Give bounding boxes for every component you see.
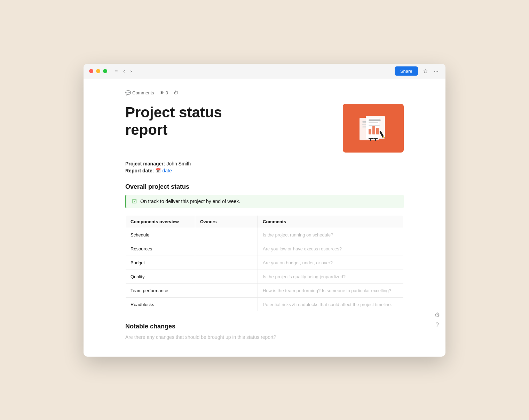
timer-button[interactable]: ⏱ xyxy=(174,90,178,95)
check-icon: ☑ xyxy=(132,198,137,205)
sidebar-right-actions: ⚙ ? xyxy=(434,311,440,329)
cell-comments[interactable]: Are you low or have excess resources? xyxy=(258,242,404,256)
svg-rect-10 xyxy=(376,128,379,134)
notable-changes-title: Notable changes xyxy=(125,323,404,330)
cell-owners[interactable] xyxy=(195,283,258,297)
traffic-lights xyxy=(89,69,107,73)
cell-comments[interactable]: Potential risks & roadblocks that could … xyxy=(258,297,404,311)
col-header-owners: Owners xyxy=(195,215,258,228)
cell-component[interactable]: Budget xyxy=(126,256,195,270)
minimize-button[interactable] xyxy=(96,69,100,73)
cell-comments[interactable]: Is the project running on schedule? xyxy=(258,228,404,242)
page-header: Project status report xyxy=(125,104,404,153)
project-manager-row: Project manager: John Smith xyxy=(125,161,404,166)
overall-status-title: Overall project status xyxy=(125,183,404,190)
cover-image xyxy=(343,104,404,153)
views-count: 0 xyxy=(166,90,168,95)
report-date-label: Report date: xyxy=(125,168,154,173)
forward-button[interactable]: › xyxy=(128,67,134,75)
settings-icon-button[interactable]: ⚙ xyxy=(434,311,440,319)
views-counter: 👁 0 xyxy=(160,90,168,95)
cell-owners[interactable] xyxy=(195,270,258,283)
cell-owners[interactable] xyxy=(195,242,258,256)
cell-owners[interactable] xyxy=(195,256,258,270)
table-row: ResourcesAre you low or have excess reso… xyxy=(126,242,404,256)
help-button[interactable]: ? xyxy=(435,321,439,329)
cell-component[interactable]: Quality xyxy=(126,270,195,283)
document-toolbar: 💬 Comments 👁 0 ⏱ xyxy=(125,90,404,95)
comment-icon: 💬 xyxy=(125,90,131,95)
cell-comments[interactable]: Are you on budget, under, or over? xyxy=(258,256,404,270)
eye-icon: 👁 xyxy=(160,90,164,95)
table-row: QualityIs the project's quality being je… xyxy=(126,270,404,283)
table-header: Components overview Owners Comments xyxy=(126,215,404,228)
cover-illustration xyxy=(353,111,394,146)
svg-rect-5 xyxy=(369,119,381,121)
cell-owners[interactable] xyxy=(195,228,258,242)
svg-rect-8 xyxy=(369,129,371,134)
notable-changes-section: Notable changes Are there any changes th… xyxy=(125,323,404,340)
col-header-component: Components overview xyxy=(126,215,195,228)
star-button[interactable]: ☆ xyxy=(421,67,429,76)
cell-comments[interactable]: Is the project's quality being jeopardiz… xyxy=(258,270,404,283)
sidebar-toggle-button[interactable]: ≡ xyxy=(113,67,120,75)
status-banner: ☑ On track to deliver this project by en… xyxy=(125,195,404,208)
maximize-button[interactable] xyxy=(103,69,107,73)
share-button[interactable]: Share xyxy=(395,67,418,76)
components-table: Components overview Owners Comments Sche… xyxy=(125,215,404,312)
table-row: BudgetAre you on budget, under, or over? xyxy=(126,256,404,270)
table-row: Team performanceHow is the team performi… xyxy=(126,283,404,297)
main-content: 💬 Comments 👁 0 ⏱ Project status report xyxy=(84,79,445,357)
meta-section: Project manager: John Smith Report date:… xyxy=(125,161,404,173)
svg-rect-7 xyxy=(369,125,380,126)
titlebar: ≡ ‹ › Share ☆ ··· xyxy=(84,64,445,79)
date-link[interactable]: date xyxy=(162,168,172,173)
nav-controls: ≡ ‹ › xyxy=(113,67,134,75)
notable-changes-placeholder[interactable]: Are there any changes that should be bro… xyxy=(125,334,404,340)
table-row: ScheduleIs the project running on schedu… xyxy=(126,228,404,242)
report-date-row: Report date: 📅 date xyxy=(125,168,404,173)
back-button[interactable]: ‹ xyxy=(121,67,127,75)
comments-button[interactable]: 💬 Comments xyxy=(125,90,154,95)
project-manager-label: Project manager: xyxy=(125,161,165,166)
table-body: ScheduleIs the project running on schedu… xyxy=(126,228,404,311)
comments-label: Comments xyxy=(132,90,154,95)
cell-owners[interactable] xyxy=(195,297,258,311)
cell-component[interactable]: Roadblocks xyxy=(126,297,195,311)
overall-status-section: Overall project status ☑ On track to del… xyxy=(125,183,404,208)
cell-comments[interactable]: How is the team performing? Is someone i… xyxy=(258,283,404,297)
svg-rect-6 xyxy=(369,122,378,123)
table-header-row: Components overview Owners Comments xyxy=(126,215,404,228)
col-header-comments: Comments xyxy=(258,215,404,228)
titlebar-actions: Share ☆ ··· xyxy=(395,67,440,76)
app-window: ≡ ‹ › Share ☆ ··· 💬 Comments 👁 0 ⏱ xyxy=(84,64,445,357)
timer-icon: ⏱ xyxy=(174,90,178,95)
calendar-icon: 📅 xyxy=(155,168,161,173)
banner-text: On track to deliver this project by end … xyxy=(140,199,240,204)
project-manager-value: John Smith xyxy=(166,161,191,166)
title-block: Project status report xyxy=(125,104,222,139)
close-button[interactable] xyxy=(89,69,93,73)
cell-component[interactable]: Resources xyxy=(126,242,195,256)
cell-component[interactable]: Schedule xyxy=(126,228,195,242)
svg-rect-9 xyxy=(372,126,375,134)
page-title: Project status report xyxy=(125,104,222,139)
cell-component[interactable]: Team performance xyxy=(126,283,195,297)
more-options-button[interactable]: ··· xyxy=(433,67,440,76)
table-row: RoadblocksPotential risks & roadblocks t… xyxy=(126,297,404,311)
